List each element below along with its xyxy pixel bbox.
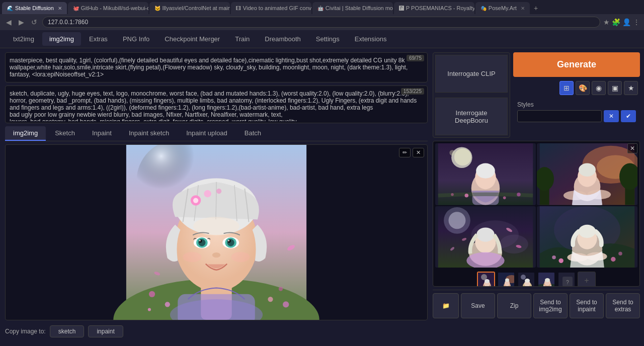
generate-panel: Generate ⊞ 🎨 ◉ ▣ ★ Styles ✕ — [513, 52, 640, 138]
close-generated-images[interactable]: ✕ — [627, 143, 637, 153]
edit-image-button[interactable]: ✏ — [399, 148, 411, 157]
nav-extensions[interactable]: Extensions — [348, 32, 394, 46]
svg-point-81 — [552, 255, 556, 260]
styles-apply-button[interactable]: ✔ — [621, 110, 636, 122]
interrogate-deepbooru-button[interactable]: Interrogate DeepBooru — [435, 98, 508, 135]
browser-addressbar: ◀ ▶ ↺ ★ 🧩 👤 ⋮ — [0, 14, 644, 30]
copy-image-label: Copy image to: — [5, 328, 46, 335]
prompt-counter: 69/75 — [407, 55, 424, 61]
interrogate-clip-button[interactable]: Interrogate CLIP — [435, 55, 508, 93]
nav-checkpoint-merger[interactable]: Checkpoint Merger — [157, 32, 227, 46]
nav-png-info[interactable]: PNG Info — [116, 32, 156, 46]
browser-tab-stable-diffusion[interactable]: 🌊 Stable Diffusion ✕ — [2, 2, 67, 14]
svg-point-96 — [525, 279, 530, 283]
gen-image-2[interactable] — [537, 143, 637, 205]
thumbnail-2[interactable] — [497, 272, 515, 287]
app-container: txt2img img2img Extras PNG Info Checkpoi… — [0, 30, 644, 346]
tab-img2img[interactable]: img2img — [5, 126, 46, 141]
back-button[interactable]: ◀ — [4, 17, 14, 27]
svg-point-101 — [545, 278, 550, 282]
svg-point-79 — [611, 256, 615, 261]
nav-train[interactable]: Train — [228, 32, 257, 46]
svg-point-26 — [183, 252, 201, 262]
thumbnail-4[interactable] — [537, 272, 555, 287]
address-bar[interactable] — [42, 17, 600, 28]
copy-to-inpaint-button[interactable]: inpaint — [88, 325, 123, 337]
styles-section: Styles ✕ ✔ — [513, 99, 640, 124]
svg-point-42 — [465, 194, 469, 198]
send-to-img2img-button[interactable]: Send to img2img — [533, 293, 568, 318]
svg-point-27 — [231, 252, 250, 262]
positive-prompt-textarea[interactable]: masterpiece, best quality, 1girl, (color… — [6, 53, 427, 80]
tab-sketch[interactable]: Sketch — [47, 126, 83, 141]
save-button[interactable]: Save — [461, 293, 495, 318]
send-to-inpaint-button[interactable]: Send to inpaint — [570, 293, 604, 318]
new-tab-button[interactable]: + — [531, 2, 541, 14]
browser-chrome: 🌊 Stable Diffusion ✕ 🐙 GitHub - Mikubill… — [0, 0, 644, 30]
styles-clear-button[interactable]: ✕ — [604, 110, 619, 122]
style-icon-grid[interactable]: ⊞ — [559, 81, 574, 95]
nav-img2img[interactable]: img2img — [42, 32, 81, 46]
thumbnails-row: ? + — [433, 270, 639, 287]
menu-icon[interactable]: ⋮ — [633, 18, 640, 26]
nav-extras[interactable]: Extras — [82, 32, 115, 46]
img-upload-area[interactable]: ✏ ✕ — [5, 144, 428, 320]
svg-point-93 — [521, 275, 526, 280]
style-icon-circle[interactable]: ◉ — [592, 81, 606, 95]
browser-tab-gif[interactable]: 🎞 Video to animated GIF converter ✕ — [231, 2, 311, 14]
tab-inpaint[interactable]: Inpaint — [84, 126, 120, 141]
generated-images-section: ✕ — [433, 141, 640, 287]
reload-button[interactable]: ↺ — [29, 17, 39, 27]
nav-dreambooth[interactable]: Dreambooth — [258, 32, 308, 46]
svg-point-80 — [618, 251, 622, 255]
browser-tab-civitai[interactable]: 🤖 Civitai | Stable Diffusion models... ✕ — [312, 2, 393, 14]
svg-point-24 — [228, 240, 229, 241]
svg-point-37 — [449, 150, 455, 155]
clear-image-button[interactable]: ✕ — [413, 148, 424, 157]
browser-tab-posemaniacs[interactable]: 🅿 P POSEMANIACS - Royalty free 3... ✕ — [394, 2, 474, 14]
extensions-icon[interactable]: 🧩 — [612, 18, 620, 26]
bottom-actions: 📁 Save Zip Send to img2img Send to inpai… — [433, 290, 640, 318]
svg-text:?: ? — [566, 280, 569, 285]
gen-image-3[interactable] — [435, 206, 536, 268]
svg-point-44 — [451, 193, 454, 196]
send-to-extras-button[interactable]: Send to extras — [606, 293, 640, 318]
negative-prompt-textarea[interactable]: sketch, duplicate, ugly, huge eyes, text… — [6, 86, 427, 121]
browser-tab-github[interactable]: 🐙 GitHub - Mikubill/sd-webui-co... ✕ — [68, 2, 148, 14]
zip-button[interactable]: Zip — [497, 293, 531, 318]
nav-settings[interactable]: Settings — [309, 32, 347, 46]
styles-input-row: ✕ ✔ — [517, 110, 636, 122]
generate-button[interactable]: Generate — [513, 52, 640, 77]
tab-batch[interactable]: Batch — [236, 126, 269, 141]
browser-tab-controlnet[interactable]: 🐱 lllyasviel/ControlNet at main ✕ — [149, 2, 230, 14]
generated-images-grid — [433, 141, 639, 270]
open-folder-button[interactable]: 📁 — [433, 293, 459, 318]
svg-point-65 — [476, 227, 495, 241]
svg-point-60 — [449, 212, 466, 229]
gen-image-1[interactable] — [435, 143, 536, 205]
style-icon-star[interactable]: ★ — [624, 81, 638, 95]
profile-icon[interactable]: 👤 — [622, 18, 631, 26]
uploaded-image — [6, 145, 427, 320]
style-icon-palette[interactable]: 🎨 — [576, 81, 590, 95]
svg-point-31 — [216, 189, 221, 194]
copy-to-sketch-button[interactable]: sketch — [50, 325, 85, 337]
tab-inpaint-sketch[interactable]: Inpaint sketch — [121, 126, 177, 141]
thumbnail-5[interactable]: ? — [557, 272, 576, 287]
gen-image-4[interactable] — [537, 206, 637, 268]
svg-point-40 — [476, 163, 495, 179]
browser-tab-posemy[interactable]: 🎭 PoseMy.Art ✕ — [475, 2, 530, 14]
styles-input[interactable] — [517, 110, 602, 122]
style-icon-square[interactable]: ▣ — [608, 81, 622, 95]
svg-point-19 — [199, 240, 201, 241]
svg-point-97 — [522, 286, 533, 287]
thumbnail-add[interactable]: + — [578, 272, 596, 287]
nav-txt2img[interactable]: txt2img — [6, 32, 41, 46]
thumbnail-3[interactable] — [517, 272, 535, 287]
tab-inpaint-upload[interactable]: Inpaint upload — [178, 126, 235, 141]
forward-button[interactable]: ▶ — [17, 17, 26, 27]
svg-point-5 — [268, 297, 273, 302]
svg-point-30 — [204, 190, 211, 197]
thumbnail-1[interactable] — [477, 272, 495, 287]
bookmark-icon[interactable]: ★ — [603, 18, 610, 26]
